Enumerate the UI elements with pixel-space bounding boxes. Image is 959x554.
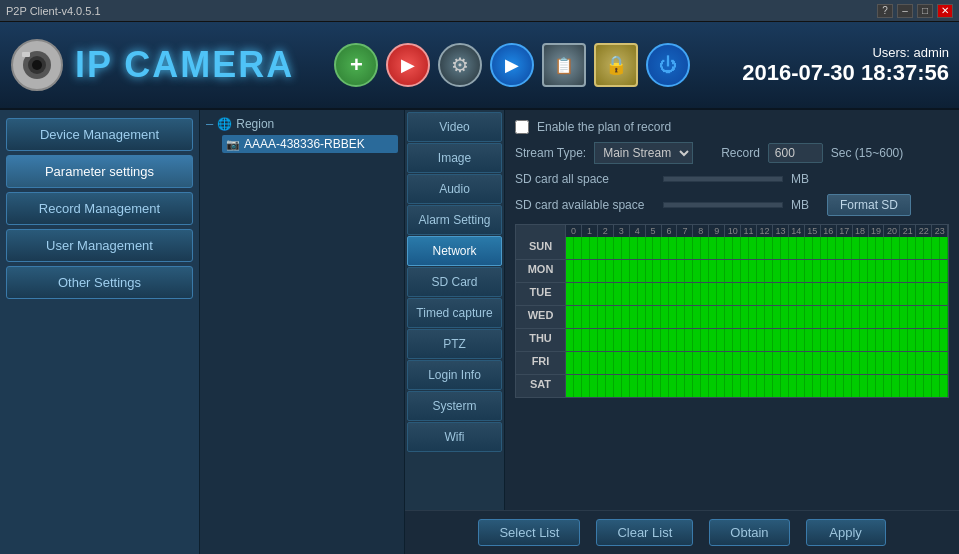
schedule-cell[interactable] — [757, 329, 765, 351]
schedule-cell[interactable] — [685, 260, 693, 282]
minimize-button[interactable]: – — [897, 4, 913, 18]
schedule-cell[interactable] — [852, 283, 860, 305]
schedule-cell[interactable] — [821, 260, 829, 282]
schedule-cell[interactable] — [622, 306, 630, 328]
schedule-cell[interactable] — [876, 329, 884, 351]
schedule-cell[interactable] — [606, 375, 614, 397]
schedule-cell[interactable] — [900, 260, 908, 282]
schedule-cell[interactable] — [916, 375, 924, 397]
schedule-cell[interactable] — [884, 283, 892, 305]
schedule-cell[interactable] — [749, 260, 757, 282]
schedule-cell[interactable] — [892, 237, 900, 259]
schedule-cell[interactable] — [638, 375, 646, 397]
schedule-cell[interactable] — [813, 352, 821, 374]
schedule-cell[interactable] — [797, 237, 805, 259]
schedule-cell[interactable] — [940, 283, 948, 305]
schedule-cell[interactable] — [677, 306, 685, 328]
schedule-cell[interactable] — [741, 352, 749, 374]
schedule-cell[interactable] — [677, 260, 685, 282]
schedule-cell[interactable] — [685, 306, 693, 328]
schedule-cell[interactable] — [852, 352, 860, 374]
schedule-cell[interactable] — [908, 375, 916, 397]
schedule-cell[interactable] — [630, 283, 638, 305]
power-button[interactable]: ⏻ — [646, 43, 690, 87]
schedule-cell[interactable] — [757, 237, 765, 259]
schedule-cell[interactable] — [900, 306, 908, 328]
schedule-cell[interactable] — [749, 237, 757, 259]
tab-timed-capture[interactable]: Timed capture — [407, 298, 502, 328]
play-button[interactable]: ▶ — [386, 43, 430, 87]
schedule-cell[interactable] — [598, 237, 606, 259]
schedule-cell[interactable] — [598, 283, 606, 305]
schedule-cell[interactable] — [805, 283, 813, 305]
schedule-cell[interactable] — [892, 283, 900, 305]
schedule-cell[interactable] — [638, 237, 646, 259]
schedule-cell[interactable] — [932, 329, 940, 351]
maximize-button[interactable]: □ — [917, 4, 933, 18]
schedule-cell[interactable] — [646, 352, 654, 374]
schedule-cell[interactable] — [797, 329, 805, 351]
schedule-cell[interactable] — [757, 260, 765, 282]
schedule-cell[interactable] — [630, 375, 638, 397]
schedule-cell[interactable] — [749, 306, 757, 328]
schedule-cell[interactable] — [781, 283, 789, 305]
schedule-cell[interactable] — [574, 237, 582, 259]
schedule-cell[interactable] — [582, 237, 590, 259]
schedule-cell[interactable] — [828, 237, 836, 259]
schedule-cell[interactable] — [701, 306, 709, 328]
schedule-cell[interactable] — [646, 260, 654, 282]
schedule-cell[interactable] — [916, 260, 924, 282]
schedule-cell[interactable] — [661, 237, 669, 259]
schedule-cell[interactable] — [821, 329, 829, 351]
help-button[interactable]: ? — [877, 4, 893, 18]
schedule-cell[interactable] — [701, 375, 709, 397]
schedule-cell[interactable] — [805, 306, 813, 328]
schedule-cell[interactable] — [685, 283, 693, 305]
schedule-cell[interactable] — [813, 329, 821, 351]
schedule-cell[interactable] — [590, 375, 598, 397]
schedule-cell[interactable] — [860, 260, 868, 282]
schedule-cell[interactable] — [789, 283, 797, 305]
schedule-cell[interactable] — [884, 352, 892, 374]
record-value-input[interactable] — [768, 143, 823, 163]
schedule-cell[interactable] — [590, 329, 598, 351]
schedule-cell[interactable] — [773, 352, 781, 374]
schedule-cell[interactable] — [908, 306, 916, 328]
schedule-cell[interactable] — [805, 375, 813, 397]
schedule-cell[interactable] — [733, 375, 741, 397]
schedule-cell[interactable] — [653, 352, 661, 374]
schedule-cell[interactable] — [725, 352, 733, 374]
schedule-cell[interactable] — [709, 306, 717, 328]
schedule-cell[interactable] — [821, 352, 829, 374]
schedule-cell[interactable] — [797, 306, 805, 328]
schedule-cell[interactable] — [844, 283, 852, 305]
schedule-cell[interactable] — [709, 375, 717, 397]
schedule-cell[interactable] — [932, 306, 940, 328]
schedule-cell[interactable] — [860, 283, 868, 305]
schedule-cell[interactable] — [566, 352, 574, 374]
schedule-cell[interactable] — [860, 352, 868, 374]
schedule-cell[interactable] — [717, 352, 725, 374]
schedule-cell[interactable] — [677, 375, 685, 397]
schedule-cell[interactable] — [741, 260, 749, 282]
schedule-cell[interactable] — [598, 352, 606, 374]
schedule-cell[interactable] — [805, 260, 813, 282]
schedule-cell[interactable] — [924, 260, 932, 282]
schedule-cell[interactable] — [797, 375, 805, 397]
schedule-cell[interactable] — [765, 237, 773, 259]
schedule-cell[interactable] — [661, 329, 669, 351]
sidebar-item-device-management[interactable]: Device Management — [6, 118, 193, 151]
schedule-cell[interactable] — [638, 283, 646, 305]
schedule-cell[interactable] — [781, 375, 789, 397]
schedule-cell[interactable] — [741, 329, 749, 351]
schedule-cell[interactable] — [813, 237, 821, 259]
schedule-cell[interactable] — [598, 375, 606, 397]
schedule-cell[interactable] — [797, 260, 805, 282]
schedule-cell[interactable] — [606, 283, 614, 305]
tab-wifi[interactable]: Wifi — [407, 422, 502, 452]
schedule-cell[interactable] — [709, 283, 717, 305]
schedule-cell[interactable] — [757, 352, 765, 374]
schedule-cell[interactable] — [725, 375, 733, 397]
schedule-cell[interactable] — [566, 260, 574, 282]
schedule-cell[interactable] — [852, 237, 860, 259]
